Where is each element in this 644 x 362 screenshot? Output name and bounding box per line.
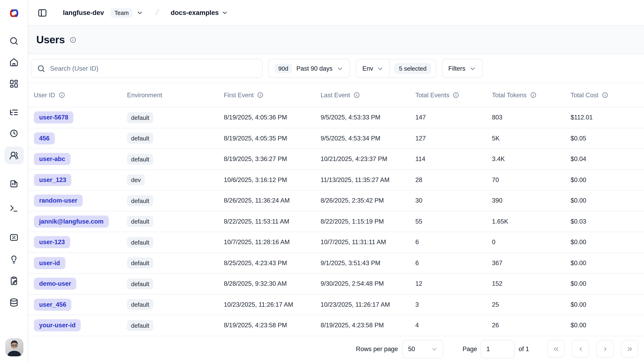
previous-page-button[interactable] xyxy=(572,340,589,358)
annotation-clipboard-pen-icon[interactable] xyxy=(8,275,20,286)
column-header-total-cost[interactable]: Total Cost xyxy=(570,91,644,99)
table-header-row: User ID EnvironmentFirst Event Last Even… xyxy=(28,83,644,107)
environment-badge: default xyxy=(127,154,153,165)
project-chevron-down-icon[interactable] xyxy=(222,9,228,16)
last-event-cell: 8/26/2025, 2:35:42 PM xyxy=(320,197,415,204)
user-id-badge[interactable]: user-id xyxy=(34,257,65,269)
total-events-cell: 6 xyxy=(415,259,492,267)
sessions-icon[interactable] xyxy=(8,128,20,139)
chevrons-left-icon xyxy=(552,345,560,353)
table-row[interactable]: 456 default 8/19/2025, 4:05:35 PM 9/5/20… xyxy=(28,128,644,149)
info-icon[interactable] xyxy=(257,92,264,99)
info-icon[interactable] xyxy=(530,92,537,99)
table-row[interactable]: demo-user default 8/28/2025, 9:32:30 AM … xyxy=(28,274,644,294)
total-tokens-cell: 390 xyxy=(492,197,570,204)
user-id-badge[interactable]: jannik@langfuse.com xyxy=(34,215,109,228)
user-id-badge[interactable]: random-user xyxy=(34,195,83,207)
table-row[interactable]: user_456 default 10/23/2025, 11:26:17 AM… xyxy=(28,294,644,315)
info-icon[interactable] xyxy=(58,92,65,99)
total-cost-cell: $0.00 xyxy=(570,197,644,204)
table-row[interactable]: random-user default 8/26/2025, 11:36:24 … xyxy=(28,190,644,211)
user-id-badge[interactable]: user-5678 xyxy=(34,112,74,124)
user-id-badge[interactable]: user-abc xyxy=(34,153,70,165)
table-row[interactable]: user-5678 default 8/19/2025, 4:05:36 PM … xyxy=(28,107,644,128)
last-page-button[interactable] xyxy=(621,340,638,358)
page-number-input[interactable] xyxy=(481,340,514,358)
users-icon[interactable] xyxy=(8,150,20,161)
environment-badge: default xyxy=(127,237,153,248)
breadcrumb-project[interactable]: docs-examples xyxy=(171,9,219,17)
rows-per-page-select[interactable]: 50 xyxy=(402,340,443,358)
next-page-button[interactable] xyxy=(596,340,614,358)
user-id-badge[interactable]: your-user-id xyxy=(34,319,81,331)
search-input[interactable] xyxy=(50,65,256,72)
user-id-badge[interactable]: demo-user xyxy=(34,278,76,290)
total-cost-cell: $0.00 xyxy=(570,301,644,308)
sidebar-toggle-icon[interactable] xyxy=(37,7,48,18)
table-row[interactable]: user_123 dev 10/6/2025, 3:16:12 PM 11/13… xyxy=(28,170,644,190)
info-icon[interactable] xyxy=(354,92,360,99)
user-id-badge[interactable]: user_123 xyxy=(34,174,72,186)
last-event-cell: 9/5/2025, 4:53:33 PM xyxy=(320,114,415,121)
total-tokens-cell: 0 xyxy=(492,239,570,246)
date-range-button[interactable]: 90d Past 90 days xyxy=(268,59,350,78)
column-header-user-id[interactable]: User ID xyxy=(34,91,127,99)
column-header-last-event[interactable]: Last Event xyxy=(320,91,415,99)
user-id-badge[interactable]: user-123 xyxy=(34,236,70,248)
environment-badge: default xyxy=(127,133,153,144)
chevron-left-icon xyxy=(577,345,584,353)
last-event-cell: 8/22/2025, 1:15:19 PM xyxy=(320,218,415,225)
org-chevron-down-icon[interactable] xyxy=(136,9,143,16)
date-range-badge: 90d xyxy=(274,64,292,73)
first-event-cell: 8/19/2025, 4:05:36 PM xyxy=(224,114,320,121)
table-row[interactable]: user-abc default 8/19/2025, 3:36:27 PM 1… xyxy=(28,149,644,170)
info-icon[interactable] xyxy=(453,92,460,99)
evals-lightbulb-icon[interactable] xyxy=(8,253,20,265)
first-event-cell: 8/19/2025, 4:05:35 PM xyxy=(224,135,320,142)
datasets-database-icon[interactable] xyxy=(8,297,20,308)
top-bar: langfuse-dev Team docs-examples xyxy=(28,0,644,26)
filters-button[interactable]: Filters xyxy=(442,59,483,78)
total-events-cell: 55 xyxy=(415,218,492,225)
table-row[interactable]: user-id default 8/25/2025, 4:23:43 PM 9/… xyxy=(28,253,644,274)
first-event-cell: 8/19/2025, 4:23:58 PM xyxy=(224,322,320,329)
first-page-button[interactable] xyxy=(547,340,564,358)
chevron-right-icon xyxy=(602,345,609,353)
user-id-badge[interactable]: 456 xyxy=(34,132,55,145)
environment-badge: default xyxy=(127,278,153,289)
info-icon[interactable] xyxy=(602,92,608,99)
environment-badge: dev xyxy=(127,175,145,185)
home-icon[interactable] xyxy=(8,57,20,68)
toolbar: 90d Past 90 days Env 5 selected Filters xyxy=(31,59,638,78)
total-cost-cell: $0.03 xyxy=(570,218,644,225)
first-event-cell: 10/6/2025, 3:16:12 PM xyxy=(224,176,320,184)
search-icon[interactable] xyxy=(8,35,20,47)
langfuse-logo-icon[interactable] xyxy=(8,9,20,18)
page-header: Users xyxy=(28,26,644,54)
table-row[interactable]: your-user-id default 8/19/2025, 4:23:58 … xyxy=(28,315,644,336)
dashboards-icon[interactable] xyxy=(8,78,20,89)
total-cost-cell: $0.00 xyxy=(570,259,644,267)
prompts-icon[interactable] xyxy=(8,178,20,189)
rows-per-page-label: Rows per page xyxy=(356,345,398,353)
playground-icon[interactable] xyxy=(8,203,20,214)
total-tokens-cell: 26 xyxy=(492,322,570,329)
column-header-total-events[interactable]: Total Events xyxy=(415,91,492,99)
tracing-icon[interactable] xyxy=(8,107,20,118)
column-header-first-event[interactable]: First Event xyxy=(224,91,320,99)
total-cost-cell: $0.00 xyxy=(570,280,644,287)
total-events-cell: 28 xyxy=(415,176,492,184)
column-header-environment[interactable]: Environment xyxy=(127,91,224,99)
filters-chevron-down-icon xyxy=(469,65,476,72)
last-event-cell: 10/23/2025, 11:26:17 AM xyxy=(320,301,415,308)
search-icon xyxy=(37,64,45,73)
table-row[interactable]: jannik@langfuse.com default 8/22/2025, 1… xyxy=(28,211,644,232)
column-header-total-tokens[interactable]: Total Tokens xyxy=(492,91,570,99)
user-id-badge[interactable]: user_456 xyxy=(34,299,72,311)
environment-filter[interactable]: Env 5 selected xyxy=(356,59,436,78)
scores-icon[interactable] xyxy=(8,232,20,243)
table-row[interactable]: user-123 default 10/7/2025, 11:28:16 AM … xyxy=(28,232,644,253)
page-title-info-icon[interactable] xyxy=(69,36,76,43)
user-avatar[interactable] xyxy=(5,338,24,356)
breadcrumb-org[interactable]: langfuse-dev xyxy=(63,9,104,17)
